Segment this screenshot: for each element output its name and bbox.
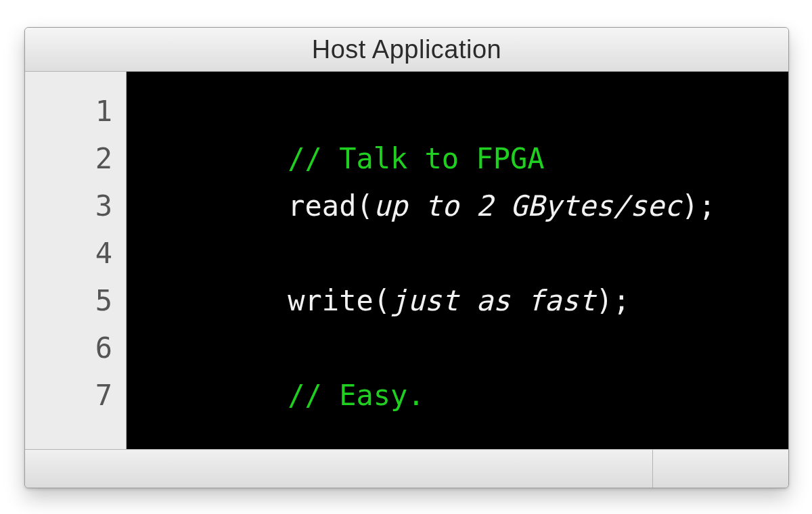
code-token: );	[595, 284, 630, 317]
code-token: write(	[288, 284, 390, 317]
line-number-gutter: 1 2 3 4 5 6 7	[25, 72, 127, 449]
line-number: 1	[25, 88, 126, 135]
code-line[interactable]: // Talk to FPGA	[151, 88, 788, 135]
code-line[interactable]: // Easy.	[151, 325, 788, 372]
line-number: 3	[25, 183, 126, 230]
status-cell[interactable]	[652, 450, 788, 488]
editor-body: 1 2 3 4 5 6 7 // Talk to FPGA read(up to…	[25, 72, 788, 449]
code-line[interactable]: write(just as fast);	[151, 230, 788, 277]
status-spacer	[25, 450, 652, 488]
status-bar	[25, 449, 788, 488]
code-editor[interactable]: // Talk to FPGA read(up to 2 GBytes/sec)…	[127, 72, 788, 449]
app-window: Host Application 1 2 3 4 5 6 7 // Talk t…	[24, 27, 789, 488]
window-titlebar[interactable]: Host Application	[25, 28, 788, 72]
code-line-current[interactable]	[151, 372, 788, 419]
line-number: 7	[25, 372, 126, 419]
code-token-arg: up to 2 GBytes/sec	[374, 189, 681, 223]
window-title: Host Application	[312, 35, 502, 64]
code-token-arg: just as fast	[390, 284, 595, 317]
code-token: read(	[288, 189, 373, 223]
line-number: 2	[25, 135, 126, 183]
line-number: 6	[25, 325, 126, 372]
code-token-comment: // Easy.	[288, 379, 424, 412]
line-number: 5	[25, 277, 126, 325]
code-token-comment: // Talk to FPGA	[288, 142, 544, 175]
line-number: 4	[25, 230, 126, 277]
code-token: );	[681, 189, 716, 223]
